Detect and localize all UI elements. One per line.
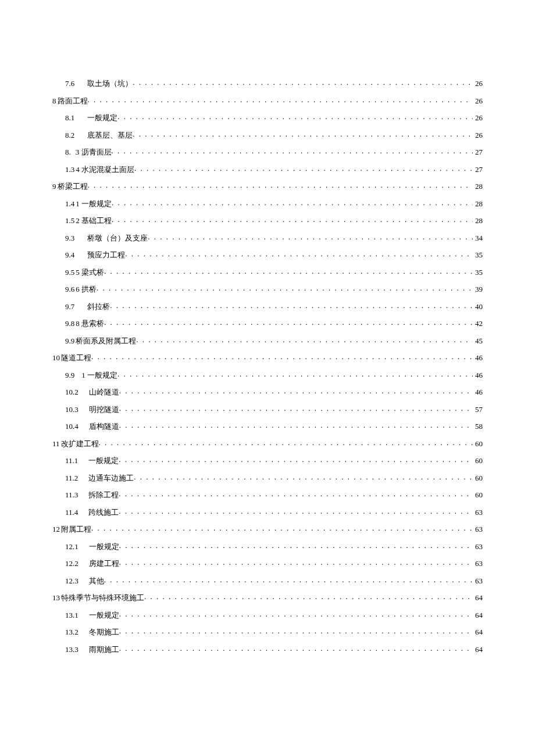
toc-entry: 9.3桥墩（台）及支座34 <box>52 233 483 242</box>
toc-entry-page: 27 <box>473 148 483 156</box>
toc-entry: 9.91 一般规定46 <box>52 370 483 379</box>
toc-entry-page: 63 <box>473 560 483 567</box>
toc-entry: 7.6取土场（坑）26 <box>52 78 483 87</box>
toc-leader-dots <box>119 610 473 618</box>
toc-leader-dots <box>148 233 473 241</box>
toc-entry-page: 60 <box>473 491 483 499</box>
toc-entry-title: 一般规定 <box>88 457 119 464</box>
toc-entry: 10.2山岭隧道46 <box>52 387 483 396</box>
toc-entry-page: 27 <box>473 166 483 173</box>
toc-entry: 12.3其他63 <box>52 576 483 585</box>
toc-leader-dots <box>112 216 473 223</box>
toc-entry: 9.55 梁式桥35 <box>52 267 483 276</box>
toc-leader-dots <box>136 336 473 343</box>
toc-entry-number: 9.9 <box>65 371 74 379</box>
toc-leader-dots <box>133 130 473 138</box>
toc-entry-page: 64 <box>473 594 483 601</box>
toc-entry-title: 4 水泥混凝土面层 <box>76 166 134 173</box>
toc-leader-dots <box>134 473 473 481</box>
toc-entry-number: 7.6 <box>65 80 74 87</box>
toc-entry-page: 58 <box>473 422 483 430</box>
toc-entry-number: 11.3 <box>65 491 78 499</box>
toc-entry: 8路面工程26 <box>52 96 483 105</box>
toc-entry-title: 3 沥青面层 <box>76 148 112 156</box>
toc-entry-number: 11.2 <box>65 474 78 482</box>
toc-entry-title: 预应力工程 <box>87 251 125 259</box>
toc-entry-page: 63 <box>473 577 483 585</box>
toc-entry-page: 46 <box>473 354 483 361</box>
toc-leader-dots <box>112 147 473 155</box>
toc-entry-number: 12.3 <box>65 577 79 585</box>
toc-entry-page: 64 <box>473 611 483 619</box>
toc-entry: 11改扩建工程60 <box>52 439 483 447</box>
toc-entry-number: 13.2 <box>65 628 79 636</box>
toc-entry-title: 底基层、基层 <box>87 131 133 139</box>
toc-entry-page: 60 <box>473 440 483 447</box>
toc-entry-number: 10.4 <box>65 422 79 430</box>
toc-leader-dots <box>110 302 473 309</box>
toc-entry-number: 1.5 <box>65 217 74 224</box>
toc-entry-title: 其他 <box>89 577 104 585</box>
toc-entry-title: 改扩建工程 <box>61 440 99 447</box>
toc-leader-dots <box>119 644 473 652</box>
toc-entry-page: 45 <box>473 337 483 345</box>
toc-leader-dots <box>119 404 473 412</box>
toc-entry-title: 路面工程 <box>58 97 88 105</box>
toc-entry-page: 46 <box>473 371 483 379</box>
toc-entry-title: 6 拱桥 <box>76 285 97 293</box>
toc-entry-page: 64 <box>473 628 483 636</box>
toc-leader-dots <box>117 113 473 120</box>
toc-leader-dots <box>133 78 473 86</box>
toc-entry-page: 63 <box>473 508 483 516</box>
toc-entry-title: 1 一般规定 <box>76 200 112 207</box>
toc-leader-dots <box>112 199 473 206</box>
toc-entry-title: 2 基础工程 <box>76 217 112 224</box>
toc-entry-page: 63 <box>473 543 483 550</box>
toc-entry: 13.2冬期施工64 <box>52 627 483 636</box>
toc-leader-dots <box>91 353 473 360</box>
toc-entry-page: 28 <box>473 217 483 224</box>
toc-entry-page: 26 <box>473 97 483 105</box>
toc-entry-title: 桥梁工程 <box>58 182 88 190</box>
toc-leader-dots <box>104 576 473 583</box>
toc-entry-number: 1.4 <box>65 200 74 207</box>
toc-entry: 13.1一般规定64 <box>52 610 483 619</box>
toc-leader-dots <box>134 164 473 172</box>
toc-entry-title: 桥面系及附属工程 <box>76 337 136 345</box>
toc-entry-page: 46 <box>473 388 483 396</box>
toc-entry-page: 26 <box>473 80 483 87</box>
toc-entry-title: 1 一般规定 <box>81 371 117 379</box>
toc-leader-dots <box>88 96 473 103</box>
toc-entry-title: 一般规定 <box>89 543 119 550</box>
toc-entry-title: 盾构隧道 <box>89 422 119 430</box>
toc-entry-title: 5 梁式桥 <box>76 268 104 276</box>
toc-leader-dots <box>144 593 473 600</box>
toc-entry-title: 房建工程 <box>89 560 119 567</box>
toc-leader-dots <box>119 421 473 429</box>
toc-entry: 11.3拆除工程60 <box>52 490 483 499</box>
toc-entry-title: 8 悬索桥 <box>76 320 104 327</box>
toc-entry: 8.2底基层、基层26 <box>52 130 483 139</box>
toc-entry-page: 28 <box>473 200 483 207</box>
toc-leader-dots <box>104 318 473 326</box>
toc-entry: 11.1一般规定60 <box>52 456 483 464</box>
toc-entry-title: 桥墩（台）及支座 <box>87 234 148 242</box>
toc-leader-dots <box>104 267 473 275</box>
toc-entry: 8.1一般规定26 <box>52 113 483 121</box>
toc-entry-number: 9.9 <box>65 337 74 345</box>
toc-entry: 11.2边通车边施工60 <box>52 473 483 482</box>
toc-entry-page: 35 <box>473 268 483 276</box>
toc-entry-page: 35 <box>473 251 483 259</box>
toc-entry-number: 9.4 <box>65 251 74 259</box>
toc-entry: 12.2房建工程63 <box>52 558 483 567</box>
toc-leader-dots <box>119 558 473 566</box>
toc-entry-number: 12 <box>52 525 60 533</box>
toc-entry-number: 9.6 <box>65 285 74 293</box>
toc-entry-number: 9 <box>52 182 56 190</box>
toc-entry-page: 34 <box>473 234 483 242</box>
toc-entry-title: 特殊季节与特殊环境施工 <box>61 594 144 601</box>
toc-entry-number: 12.2 <box>65 560 79 567</box>
toc-entry-number: 10.2 <box>65 388 79 396</box>
toc-entry-title: 明挖隧道 <box>89 406 119 413</box>
toc-entry: 10.3明挖隧道57 <box>52 404 483 413</box>
